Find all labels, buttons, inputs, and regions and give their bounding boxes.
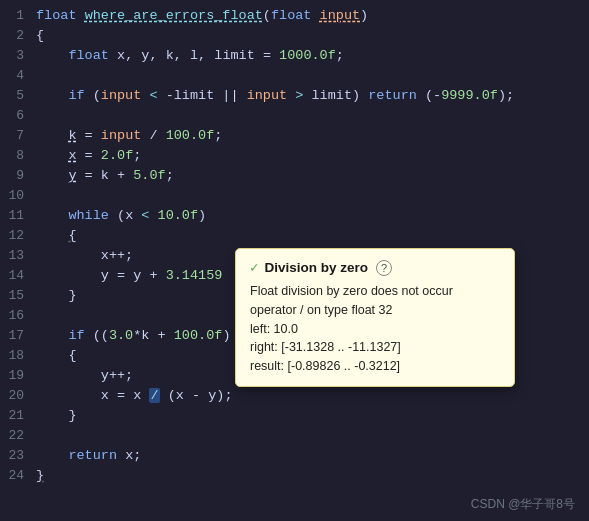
division-by-zero-tooltip: ✓ Division by zero ? Float division by z… — [235, 248, 515, 387]
line-content-11: while (x < 10.0f) — [36, 206, 206, 226]
code-line-23: 23 return x; — [0, 446, 589, 466]
line-num-23: 23 — [0, 446, 36, 466]
tooltip-header: ✓ Division by zero ? — [250, 259, 500, 276]
line-num-10: 10 — [0, 186, 36, 206]
line-content-15: } — [36, 286, 77, 306]
line-content-16 — [36, 306, 44, 326]
line-content-23: return x; — [36, 446, 141, 466]
line-content-10 — [36, 186, 44, 206]
line-num-15: 15 — [0, 286, 36, 306]
tooltip-body: Float division by zero does not occur op… — [250, 282, 500, 376]
tooltip-line3: left: 10.0 — [250, 320, 500, 339]
line-num-21: 21 — [0, 406, 36, 426]
line-num-20: 20 — [0, 386, 36, 406]
line-num-17: 17 — [0, 326, 36, 346]
line-content-20: x = x / (x - y); — [36, 386, 233, 406]
line-num-6: 6 — [0, 106, 36, 126]
line-num-13: 13 — [0, 246, 36, 266]
line-num-5: 5 — [0, 86, 36, 106]
tooltip-line2: operator / on type float 32 — [250, 301, 500, 320]
line-content-6 — [36, 106, 44, 126]
code-area: 1 float where_are_errors_float(float inp… — [0, 0, 589, 521]
line-num-2: 2 — [0, 26, 36, 46]
code-line-7: 7 k = input / 100.0f; — [0, 126, 589, 146]
line-content-13: x++; — [36, 246, 133, 266]
line-content-7: k = input / 100.0f; — [36, 126, 222, 146]
line-content-17: if ((3.0*k + 100.0f) — [36, 326, 230, 346]
line-num-4: 4 — [0, 66, 36, 86]
tooltip-line1: Float division by zero does not occur — [250, 282, 500, 301]
line-content-8: x = 2.0f; — [36, 146, 141, 166]
line-content-3: float x, y, k, l, limit = 1000.0f; — [36, 46, 344, 66]
line-content-5: if (input < -limit || input > limit) ret… — [36, 86, 514, 106]
line-num-14: 14 — [0, 266, 36, 286]
code-line-24: 24 } — [0, 466, 589, 486]
code-line-11: 11 while (x < 10.0f) — [0, 206, 589, 226]
line-content-22 — [36, 426, 44, 446]
line-content-18: { — [36, 346, 77, 366]
code-container: 1 float where_are_errors_float(float inp… — [0, 0, 589, 521]
code-line-3: 3 float x, y, k, l, limit = 1000.0f; — [0, 46, 589, 66]
check-icon: ✓ — [250, 259, 258, 276]
tooltip-title: Division by zero — [264, 260, 368, 275]
code-line-4: 4 — [0, 66, 589, 86]
line-content-2: { — [36, 26, 44, 46]
line-num-9: 9 — [0, 166, 36, 186]
code-line-10: 10 — [0, 186, 589, 206]
line-content-9: y = k + 5.0f; — [36, 166, 174, 186]
code-line-20: 20 x = x / (x - y); — [0, 386, 589, 406]
code-line-21: 21 } — [0, 406, 589, 426]
tooltip-line5: result: [-0.89826 .. -0.3212] — [250, 357, 500, 376]
code-line-5: 5 if (input < -limit || input > limit) r… — [0, 86, 589, 106]
help-icon[interactable]: ? — [376, 260, 392, 276]
line-content-4 — [36, 66, 44, 86]
line-num-24: 24 — [0, 466, 36, 486]
line-content-12: { — [36, 226, 77, 246]
line-num-11: 11 — [0, 206, 36, 226]
line-content-21: } — [36, 406, 77, 426]
line-num-1: 1 — [0, 6, 36, 26]
code-line-9: 9 y = k + 5.0f; — [0, 166, 589, 186]
line-content-19: y++; — [36, 366, 133, 386]
line-num-22: 22 — [0, 426, 36, 446]
line-content-24: } — [36, 466, 44, 486]
line-num-16: 16 — [0, 306, 36, 326]
code-line-2: 2 { — [0, 26, 589, 46]
line-num-8: 8 — [0, 146, 36, 166]
tooltip-line4: right: [-31.1328 .. -11.1327] — [250, 338, 500, 357]
code-line-6: 6 — [0, 106, 589, 126]
code-line-22: 22 — [0, 426, 589, 446]
watermark: CSDN @华子哥8号 — [471, 496, 575, 513]
line-content-14: y = y + 3.14159 — [36, 266, 222, 286]
line-num-19: 19 — [0, 366, 36, 386]
code-line-1: 1 float where_are_errors_float(float inp… — [0, 6, 589, 26]
line-content-1: float where_are_errors_float(float input… — [36, 6, 368, 26]
line-num-12: 12 — [0, 226, 36, 246]
line-num-7: 7 — [0, 126, 36, 146]
code-line-12: 12 { — [0, 226, 589, 246]
line-num-18: 18 — [0, 346, 36, 366]
code-line-8: 8 x = 2.0f; — [0, 146, 589, 166]
line-num-3: 3 — [0, 46, 36, 66]
